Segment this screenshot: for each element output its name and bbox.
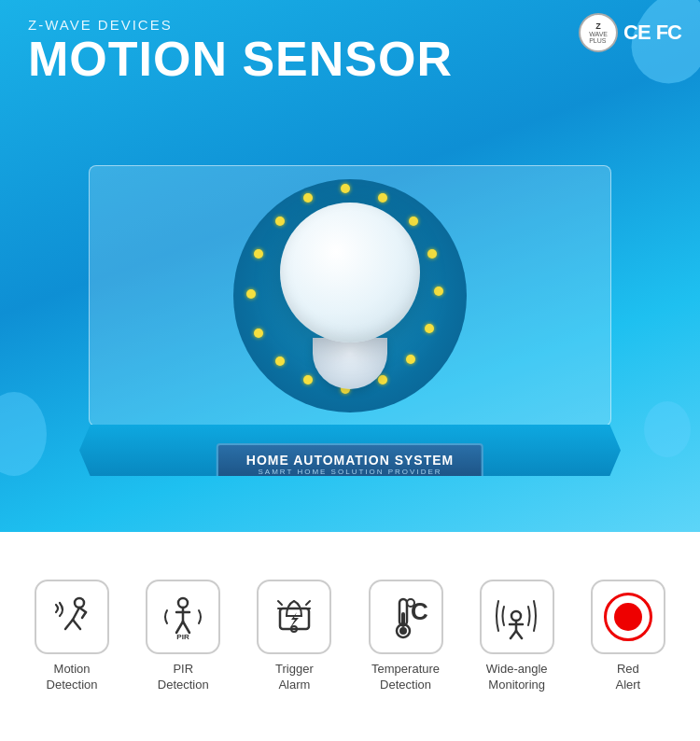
wide-angle-monitoring-icon	[491, 592, 542, 643]
feature-red-alert: Red Alert	[577, 580, 679, 693]
svg-line-10	[183, 622, 189, 633]
sensor-ring-container	[233, 179, 467, 412]
svg-line-28	[516, 631, 522, 638]
ce-logo: CE	[623, 21, 651, 45]
hexagon-platform: HOME AUTOMATION SYSTEM SAMRT HOME SOLUTI…	[79, 425, 621, 476]
trigger-alarm-icon	[269, 592, 320, 643]
glass-panel	[89, 165, 611, 426]
badge-title: HOME AUTOMATION SYSTEM	[246, 453, 454, 468]
svg-line-27	[511, 631, 516, 638]
wideangle-icon-box	[480, 580, 554, 654]
svg-line-4	[79, 608, 86, 612]
red-alert-inner-dot	[614, 603, 642, 631]
motion-label: Motion Detection	[47, 662, 98, 693]
home-automation-badge: HOME AUTOMATION SYSTEM SAMRT HOME SOLUTI…	[217, 443, 483, 485]
page-subtitle: Z-WAVE DEVICES	[28, 17, 453, 33]
red-alert-icon-box	[591, 580, 665, 654]
red-alert-label: Red Alert	[615, 662, 640, 693]
motion-icon-box	[35, 580, 109, 654]
temperature-detection-icon: C	[380, 592, 431, 643]
svg-line-3	[73, 620, 80, 629]
red-alert-outer-ring	[604, 593, 652, 641]
pir-label: PIR Detection	[158, 662, 209, 693]
features-row: Motion Detection PIR	[19, 580, 681, 693]
pir-detection-icon: PIR	[158, 592, 209, 643]
svg-line-5	[82, 612, 86, 618]
feature-temperature: C Temperature Detection	[355, 580, 457, 693]
ring-dot	[254, 249, 263, 259]
page-title: MOTION SENSOR	[28, 33, 453, 86]
pir-icon-box: PIR	[146, 580, 220, 654]
svg-text:PIR: PIR	[176, 633, 189, 641]
svg-point-0	[75, 598, 84, 608]
zwave-z: Z	[595, 22, 601, 31]
ring-dot	[425, 324, 434, 333]
feature-pir: PIR PIR Detection	[132, 580, 234, 693]
svg-rect-21	[401, 612, 405, 627]
zwave-plus: WAVEPLUS	[589, 31, 608, 44]
motion-detection-icon	[47, 592, 98, 643]
wideangle-label: Wide-angle Monitoring	[486, 662, 548, 693]
decorative-blob-br	[644, 401, 691, 457]
fc-logo: FC	[656, 21, 681, 45]
svg-line-14	[278, 601, 282, 605]
svg-point-6	[178, 598, 188, 608]
certification-logos: Z WAVEPLUS CE FC	[579, 13, 681, 52]
title-area: Z-WAVE DEVICES MOTION SENSOR	[28, 17, 453, 86]
stage-area: HOME AUTOMATION SYSTEM SAMRT HOME SOLUTI…	[70, 165, 630, 476]
sensor-device	[280, 203, 420, 389]
ring-dot	[246, 289, 256, 299]
ring-dot	[303, 193, 313, 203]
decorative-blob-bl	[0, 392, 47, 476]
zwave-logo: Z WAVEPLUS	[579, 13, 618, 52]
svg-line-1	[73, 608, 79, 620]
trigger-label: Trigger Alarm	[275, 662, 314, 693]
temperature-icon-box: C	[369, 580, 443, 654]
sensor-head	[280, 203, 420, 343]
ring-dot	[341, 184, 350, 193]
ring-dot	[254, 329, 263, 338]
svg-line-2	[65, 620, 73, 629]
svg-point-24	[511, 611, 521, 621]
svg-point-20	[399, 627, 407, 635]
sensor-base	[313, 338, 387, 389]
bottom-features-section: Motion Detection PIR	[0, 532, 700, 741]
ring-dot	[378, 193, 387, 203]
top-hero-section: Z-WAVE DEVICES MOTION SENSOR Z WAVEPLUS …	[0, 0, 700, 532]
feature-motion: Motion Detection	[21, 580, 123, 693]
feature-wideangle: Wide-angle Monitoring	[466, 580, 568, 693]
badge-subtitle: SAMRT HOME SOLUTION PROVIDER	[246, 468, 454, 476]
svg-line-9	[176, 622, 183, 633]
temperature-label: Temperature Detection	[371, 662, 440, 693]
ring-dot	[427, 249, 437, 259]
svg-line-15	[306, 601, 310, 605]
trigger-icon-box	[257, 580, 331, 654]
feature-trigger: Trigger Alarm	[243, 580, 345, 693]
ring-dot	[434, 287, 443, 296]
